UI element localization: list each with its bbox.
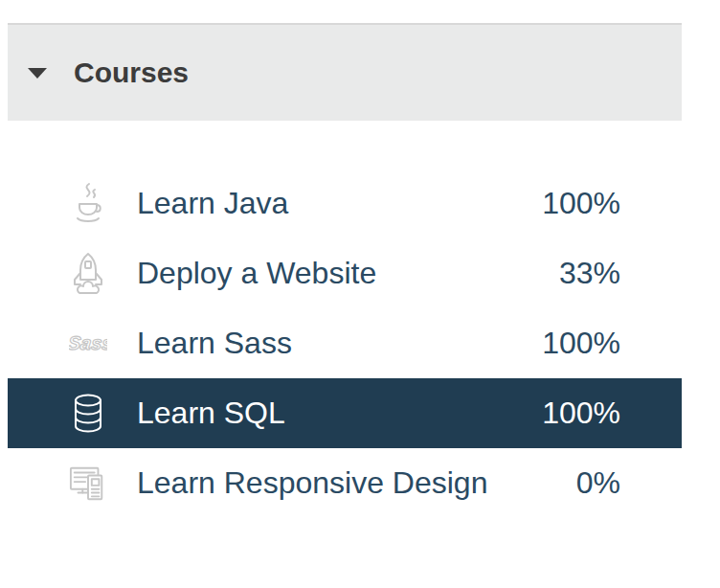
responsive-design-icon bbox=[69, 461, 107, 507]
course-row-learn-sql[interactable]: Learn SQL 100% bbox=[8, 378, 682, 448]
course-label: Learn SQL bbox=[137, 396, 285, 431]
course-label: Learn Java bbox=[137, 186, 288, 221]
courses-header-title: Courses bbox=[74, 57, 189, 89]
course-row-learn-sass[interactable]: Sass Learn Sass 100% bbox=[8, 308, 682, 378]
course-progress: 100% bbox=[542, 186, 620, 221]
sass-logo-icon: Sass bbox=[69, 321, 107, 367]
svg-text:Sass: Sass bbox=[69, 332, 107, 353]
course-label: Deploy a Website bbox=[137, 256, 376, 291]
course-label: Learn Responsive Design bbox=[137, 465, 487, 501]
courses-panel: Courses Learn Java 100% bbox=[8, 23, 682, 518]
course-row-learn-responsive-design[interactable]: Learn Responsive Design 0% bbox=[8, 448, 682, 518]
course-progress: 100% bbox=[542, 326, 620, 361]
course-progress: 0% bbox=[576, 465, 620, 501]
course-row-learn-java[interactable]: Learn Java 100% bbox=[8, 169, 682, 238]
course-row-deploy-a-website[interactable]: Deploy a Website 33% bbox=[8, 238, 682, 308]
database-icon bbox=[69, 391, 107, 437]
course-list: Learn Java 100% Deploy a Website 33% Sas… bbox=[8, 169, 682, 518]
course-progress: 100% bbox=[542, 396, 620, 431]
java-coffee-cup-icon bbox=[69, 181, 107, 227]
chevron-down-icon[interactable] bbox=[28, 68, 47, 79]
course-progress: 33% bbox=[559, 256, 620, 291]
course-label: Learn Sass bbox=[137, 326, 292, 361]
rocket-icon bbox=[69, 251, 107, 297]
courses-section-header[interactable]: Courses bbox=[8, 23, 682, 121]
